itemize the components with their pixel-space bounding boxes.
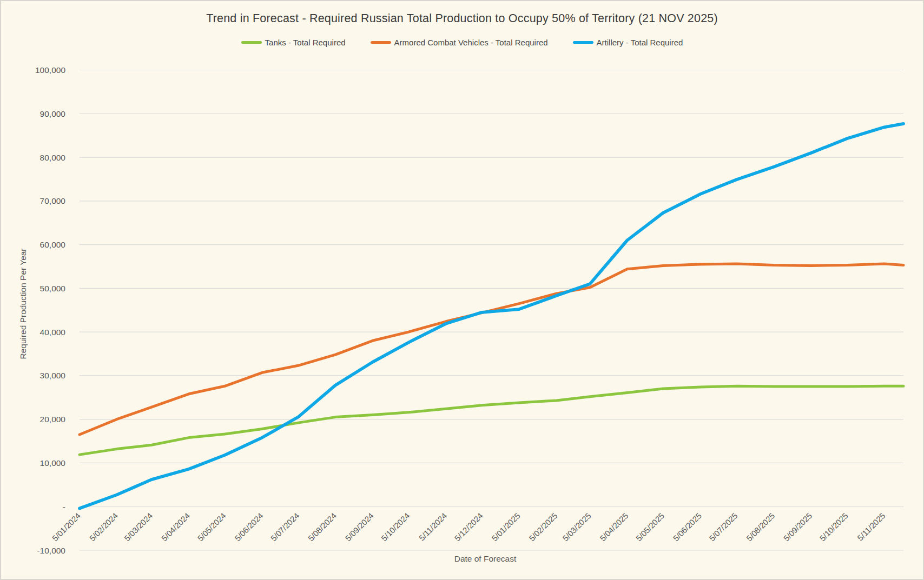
y-axis-tick-label: 100,000 bbox=[35, 65, 65, 75]
y-axis-tick-label: - bbox=[63, 502, 65, 511]
y-axis-tick-label: -10,000 bbox=[37, 546, 65, 555]
x-axis-tick-label: 5/02/2025 bbox=[527, 511, 559, 543]
x-axis-tick-label: 5/06/2025 bbox=[671, 511, 703, 543]
x-axis-title: Date of Forecast bbox=[454, 554, 517, 563]
y-axis-tick-label: 20,000 bbox=[40, 415, 66, 424]
x-axis-tick-label: 5/12/2024 bbox=[453, 511, 485, 543]
x-axis-tick-label: 5/01/2025 bbox=[490, 511, 522, 543]
chart-frame: Trend in Forecast - Required Russian Tot… bbox=[0, 0, 924, 580]
plot-area: 100,00090,00080,00070,00060,00050,00040,… bbox=[1, 1, 924, 580]
x-axis-tick-label: 5/06/2024 bbox=[233, 511, 265, 543]
series-line-tanks[interactable] bbox=[80, 386, 903, 455]
y-axis-tick-label: 40,000 bbox=[40, 328, 66, 337]
y-axis-title: Required Production Per Year bbox=[18, 248, 28, 359]
x-axis-tick-label: 5/03/2025 bbox=[560, 511, 592, 543]
x-axis-tick-label: 5/04/2025 bbox=[598, 511, 630, 543]
x-axis-tick-label: 5/07/2024 bbox=[269, 511, 301, 543]
y-axis-tick-label: 80,000 bbox=[40, 153, 66, 162]
y-axis-tick-label: 10,000 bbox=[40, 458, 66, 468]
x-axis-tick-label: 5/09/2024 bbox=[344, 511, 375, 543]
series-line-artillery[interactable] bbox=[80, 124, 903, 509]
x-axis-tick-label: 5/08/2024 bbox=[306, 511, 338, 543]
x-axis-tick-label: 5/09/2025 bbox=[782, 511, 814, 543]
x-axis-tick-label: 5/07/2025 bbox=[707, 511, 739, 543]
x-axis-tick-label: 5/10/2025 bbox=[818, 511, 850, 543]
x-axis-tick-label: 5/02/2024 bbox=[88, 511, 120, 543]
y-axis-tick-label: 50,000 bbox=[40, 284, 66, 293]
x-axis-tick-label: 5/01/2024 bbox=[50, 511, 82, 543]
x-axis-tick-label: 5/04/2024 bbox=[160, 511, 192, 543]
y-axis-tick-label: 90,000 bbox=[40, 109, 66, 118]
x-axis-tick-label: 5/11/2025 bbox=[855, 511, 887, 542]
x-axis-tick-label: 5/08/2025 bbox=[744, 511, 776, 543]
x-axis-tick-label: 5/03/2024 bbox=[122, 511, 154, 543]
x-axis-tick-label: 5/11/2024 bbox=[417, 511, 448, 542]
y-axis-tick-label: 30,000 bbox=[40, 371, 66, 380]
x-axis-tick-label: 5/05/2025 bbox=[634, 511, 666, 543]
x-axis-tick-label: 5/05/2024 bbox=[196, 511, 228, 543]
series-line-armored-combat-vehicles[interactable] bbox=[80, 264, 903, 435]
y-axis-tick-label: 70,000 bbox=[40, 196, 66, 205]
y-axis-tick-label: 60,000 bbox=[40, 240, 66, 249]
x-axis-tick-label: 5/10/2024 bbox=[379, 511, 411, 543]
